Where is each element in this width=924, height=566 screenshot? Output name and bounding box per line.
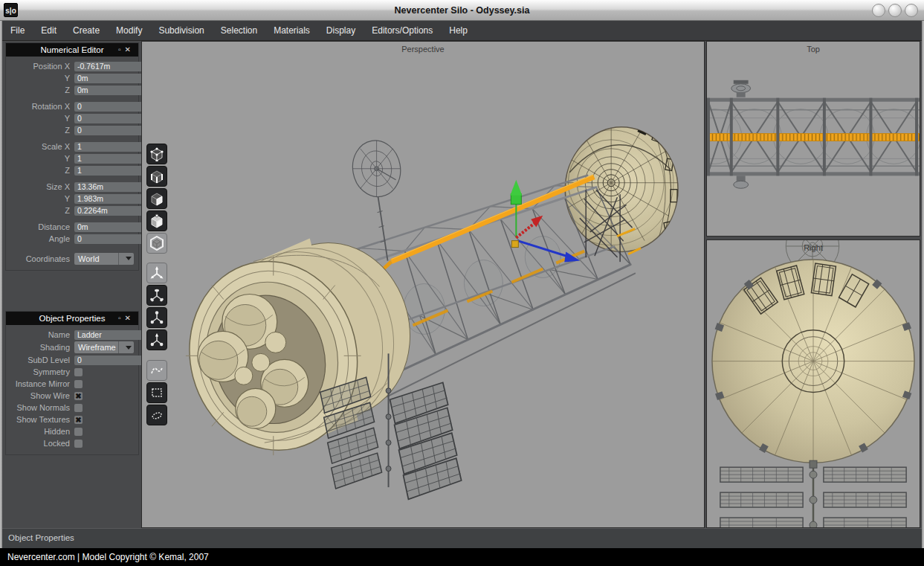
right-solar-array <box>720 460 906 527</box>
footer-bar: Nevercenter.com | Model Copyright © Kema… <box>0 548 924 566</box>
application-window: s|o Nevercenter Silo - Odyssey.sia File … <box>0 0 924 566</box>
top-viewport[interactable]: Top <box>706 41 920 237</box>
menu-materials[interactable]: Materials <box>265 21 318 40</box>
perspective-scene <box>142 42 704 527</box>
edge-mode-button[interactable] <box>146 166 167 187</box>
subd-level-field[interactable] <box>74 356 144 365</box>
panel-close-icon[interactable]: ✕ <box>125 45 135 54</box>
coordinates-dropdown[interactable]: World <box>74 253 134 265</box>
position-x-field[interactable] <box>74 62 143 71</box>
field-label: Rotation X <box>6 102 74 111</box>
size-x-field[interactable] <box>74 182 143 192</box>
soft-selection-button[interactable] <box>146 360 167 381</box>
multi-mode-button[interactable] <box>146 210 167 231</box>
vertex-mode-button[interactable] <box>146 144 167 164</box>
box-select-button[interactable] <box>146 382 167 403</box>
gizmo-y-handle[interactable] <box>511 194 521 205</box>
panel-restore-icon[interactable]: ▫ <box>118 45 125 54</box>
menu-subdivision[interactable]: Subdivision <box>150 21 212 40</box>
panel-close-icon[interactable]: ✕ <box>125 314 135 322</box>
scale-y-field[interactable] <box>74 154 143 164</box>
field-label: Y <box>6 194 74 203</box>
face-mode-button[interactable] <box>146 188 167 209</box>
right-viewport-label: Right <box>707 243 920 252</box>
scale-z-field[interactable] <box>74 166 143 176</box>
gizmo-y-arrowhead[interactable] <box>510 180 522 196</box>
show-textures-checkbox[interactable]: ✖ <box>74 416 83 424</box>
rotation-x-field[interactable] <box>74 102 143 112</box>
menu-modify[interactable]: Modify <box>108 21 150 40</box>
menu-help[interactable]: Help <box>441 21 476 40</box>
field-label: Scale X <box>6 142 74 151</box>
angle-field[interactable] <box>74 234 143 244</box>
field-label: Z <box>6 126 74 135</box>
panel-restore-icon[interactable]: ▫ <box>118 314 125 322</box>
distance-field[interactable] <box>74 222 143 232</box>
menu-bar: File Edit Create Modify Subdivision Sele… <box>2 21 922 41</box>
size-y-field[interactable] <box>74 194 143 204</box>
menu-edit[interactable]: Edit <box>33 21 65 40</box>
gizmo-center-handle[interactable] <box>511 241 518 248</box>
instance-mirror-label: Instance Mirror <box>6 379 74 388</box>
move-tool-button[interactable] <box>146 263 167 283</box>
menu-create[interactable]: Create <box>65 21 108 40</box>
gizmo-x-axis[interactable] <box>516 222 537 238</box>
show-textures-label: Show Textures <box>6 415 74 424</box>
field-label: Angle <box>6 234 74 243</box>
perspective-viewport[interactable]: Perspective <box>141 41 705 528</box>
symmetry-checkbox[interactable] <box>74 368 83 376</box>
minimize-button[interactable] <box>872 4 885 17</box>
title-bar[interactable]: s|o Nevercenter Silo - Odyssey.sia <box>0 0 924 21</box>
right-viewport[interactable]: Right <box>706 239 920 528</box>
rotate-tool-button[interactable] <box>146 285 167 306</box>
locked-label: Locked <box>6 439 74 448</box>
window-controls <box>872 4 918 17</box>
window-title: Nevercenter Silo - Odyssey.sia <box>0 0 924 21</box>
universal-manipulator-button[interactable] <box>146 329 167 350</box>
field-label: Y <box>6 154 74 163</box>
numerical-editor-title: Numerical Editor <box>41 45 104 54</box>
object-name-field[interactable] <box>74 330 144 340</box>
close-button[interactable] <box>905 4 918 17</box>
numerical-editor-header[interactable]: Numerical Editor ▫✕ <box>6 43 138 57</box>
menu-selection[interactable]: Selection <box>213 21 265 40</box>
locked-checkbox[interactable] <box>74 440 83 448</box>
field-label: Z <box>6 86 74 94</box>
menu-file[interactable]: File <box>2 21 33 40</box>
object-properties-panel: Object Properties ▫✕ Name Shading Wirefr… <box>5 311 139 455</box>
size-z-field[interactable] <box>74 206 143 216</box>
right-scene <box>707 240 920 527</box>
position-z-field[interactable] <box>74 86 143 95</box>
menu-display[interactable]: Display <box>318 21 364 40</box>
field-label: Z <box>6 206 74 215</box>
rotation-z-field[interactable] <box>74 126 143 135</box>
top-scene <box>707 42 920 236</box>
name-label: Name <box>6 330 74 339</box>
top-ladder[interactable] <box>707 134 920 141</box>
show-normals-checkbox[interactable] <box>74 404 83 412</box>
symmetry-label: Symmetry <box>6 367 74 376</box>
top-viewport-label: Top <box>707 45 920 54</box>
shading-dropdown[interactable]: Wireframe <box>74 341 134 353</box>
scale-x-field[interactable] <box>74 142 143 152</box>
menu-editors-options[interactable]: Editors/Options <box>364 21 441 40</box>
rotation-y-field[interactable] <box>74 114 143 123</box>
hidden-checkbox[interactable] <box>74 428 83 436</box>
object-mode-button[interactable] <box>146 233 167 254</box>
chevron-down-icon <box>118 253 134 265</box>
maximize-button[interactable] <box>888 4 902 17</box>
scale-tool-button[interactable] <box>146 307 167 328</box>
show-normals-label: Show Normals <box>6 403 74 412</box>
numerical-editor-panel: Numerical Editor ▫✕ Position X Y Z Rotat… <box>5 42 139 271</box>
lasso-select-button[interactable] <box>146 405 167 425</box>
position-y-field[interactable] <box>74 74 143 83</box>
show-wire-checkbox[interactable]: ✖ <box>74 392 83 400</box>
status-bar: Object Properties <box>2 528 922 548</box>
coordinates-label: Coordinates <box>6 254 74 263</box>
chevron-down-icon <box>118 341 134 353</box>
instance-mirror-checkbox[interactable] <box>74 380 83 388</box>
show-wire-label: Show Wire <box>6 391 74 400</box>
object-properties-header[interactable]: Object Properties ▫✕ <box>6 312 138 325</box>
field-label: Position X <box>6 62 74 71</box>
left-panel-column: Numerical Editor ▫✕ Position X Y Z Rotat… <box>2 41 141 528</box>
